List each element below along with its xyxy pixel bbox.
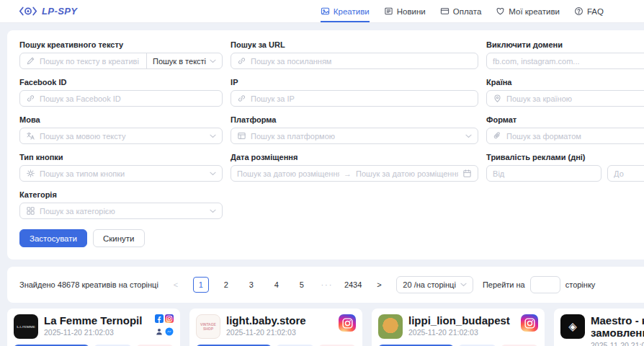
url-input[interactable] <box>251 57 472 66</box>
creative-text-input[interactable] <box>40 57 142 66</box>
filter-panel: Пошук креативного тексту Пошук в тексті … <box>7 30 644 260</box>
logo-text: LP-SPY <box>42 6 77 17</box>
page-button-1[interactable]: 1 <box>193 277 209 293</box>
instagram-icon <box>339 314 356 332</box>
chevron-down-icon <box>460 283 467 287</box>
eye-logo-icon <box>19 6 37 17</box>
goto-page-input[interactable] <box>530 276 560 293</box>
card-date: 2025-11-20 21:02:03 <box>408 328 515 337</box>
page-button-2[interactable]: 2 <box>218 277 234 293</box>
nav-label: Креативи <box>334 7 370 16</box>
nav-tab-creatives[interactable]: Креативи <box>321 0 370 22</box>
facebook-id-input[interactable] <box>40 94 216 103</box>
date-to-input[interactable] <box>356 169 458 178</box>
card-date: 2025-11-20 21:02:03 <box>591 341 644 346</box>
filter-format: Формат <box>486 115 644 144</box>
date-from-input[interactable] <box>237 169 339 178</box>
range-arrow-icon: → <box>344 169 352 178</box>
filter-country: Країна <box>486 78 644 107</box>
duration-from-input[interactable] <box>493 169 595 178</box>
platform-select[interactable] <box>251 132 461 141</box>
prev-page-icon[interactable]: < <box>168 277 184 293</box>
field-label: Пошук за URL <box>231 40 478 49</box>
nav-tab-my-creatives[interactable]: Мої креативи <box>496 0 560 22</box>
creative-card[interactable]: ◈ Maestro - кухні, ме замовлення в Ужго … <box>554 309 644 346</box>
facebook-icon <box>155 314 164 323</box>
creative-card[interactable]: VINTAGESHOP light.baby.store 2025-11-20 … <box>189 309 362 346</box>
avatar: LA FEMME <box>14 314 38 339</box>
results-bar: Знайдено 48678 креативів на сторінці < 1… <box>7 267 644 303</box>
field-label: Тривалість реклами (дні) <box>486 153 644 161</box>
format-input[interactable] <box>506 132 644 141</box>
page-size-select[interactable]: 20 /на сторінці <box>396 276 473 293</box>
filter-duration: Тривалість реклами (дні) <box>486 153 644 182</box>
nav-tab-faq[interactable]: FAQ <box>574 0 604 22</box>
link-icon <box>26 94 35 103</box>
card-date: 2025-11-20 21:02:03 <box>44 328 149 337</box>
filter-url: Пошук за URL <box>231 40 478 69</box>
filter-button-type: Тип кнопки <box>19 153 223 182</box>
nav-label: Мої креативи <box>509 7 560 16</box>
duration-to-input[interactable] <box>614 169 644 178</box>
calendar-icon <box>462 169 472 178</box>
pencil-icon <box>26 56 35 66</box>
page-button-4[interactable]: 4 <box>269 277 285 293</box>
field-label: Пошук креативного тексту <box>19 40 223 49</box>
field-label: Facebook ID <box>19 78 223 86</box>
page-button-5[interactable]: 5 <box>294 277 310 293</box>
nav-tab-news[interactable]: Новини <box>384 0 426 22</box>
grid-icon <box>26 206 35 216</box>
category-select[interactable] <box>40 207 205 216</box>
chevron-down-icon <box>465 134 472 138</box>
field-label: Категорія <box>19 190 223 199</box>
filter-exclude-domains: Виключити домени <box>486 40 644 69</box>
chevron-down-icon <box>210 172 216 176</box>
card-title: La Femme Ternopil <box>44 314 149 327</box>
apply-button[interactable]: Застосувати <box>19 229 87 247</box>
country-input[interactable] <box>506 94 644 103</box>
field-label: Тип кнопки <box>19 153 223 161</box>
chevron-down-icon <box>210 59 216 63</box>
image-icon <box>321 6 330 16</box>
creative-cards: LA FEMME La Femme Ternopil 2025-11-20 21… <box>7 309 644 346</box>
field-label: Виключити домени <box>486 40 644 49</box>
button-type-select[interactable] <box>40 169 205 178</box>
platform-icons <box>155 314 174 339</box>
search-mode-select[interactable]: Пошук в тексті <box>146 53 222 68</box>
avatar <box>378 314 403 339</box>
goto-page: Перейти на сторінку <box>483 276 595 293</box>
next-page-icon[interactable]: > <box>371 277 387 293</box>
chevron-down-icon <box>210 134 216 138</box>
field-label: Країна <box>486 78 644 86</box>
ip-input[interactable] <box>251 94 472 103</box>
field-label: Мова <box>19 115 223 124</box>
language-select[interactable] <box>40 132 205 141</box>
gear-icon <box>26 169 35 178</box>
nav-tab-payment[interactable]: Оплата <box>440 0 482 22</box>
filter-category: Категорія <box>19 190 223 219</box>
reset-button[interactable]: Скинути <box>93 229 145 247</box>
avatar: ◈ <box>560 314 585 339</box>
card-title-line1: Maestro - кухні, ме <box>591 314 644 327</box>
page-button-last[interactable]: 2434 <box>344 277 362 293</box>
credit-card-icon <box>440 6 450 16</box>
exclude-domains-input[interactable] <box>493 57 644 66</box>
filter-language: Мова <box>19 115 223 144</box>
main-nav: Креативи Новини Оплата Мої креативи FAQ <box>321 0 604 22</box>
translate-icon <box>26 131 35 141</box>
field-label: Формат <box>486 115 644 124</box>
logo[interactable]: LP-SPY <box>19 6 77 17</box>
nav-label: FAQ <box>587 7 604 16</box>
creative-card[interactable]: lippi_lion_budapest 2025-11-20 21:02:03 … <box>372 309 545 346</box>
field-label: Дата розміщення <box>231 153 478 161</box>
field-label: IP <box>231 78 478 86</box>
question-circle-icon <box>574 6 583 16</box>
card-title-line2: замовлення в Ужго <box>591 327 644 339</box>
creative-card[interactable]: LA FEMME La Femme Ternopil 2025-11-20 21… <box>7 309 180 346</box>
heart-icon <box>496 6 505 16</box>
pin-icon <box>493 94 502 103</box>
pagination: < 1 2 3 4 5 ··· 2434 > <box>168 277 387 293</box>
messenger-icon <box>165 327 174 336</box>
page-button-3[interactable]: 3 <box>243 277 259 293</box>
link-icon <box>237 94 246 103</box>
